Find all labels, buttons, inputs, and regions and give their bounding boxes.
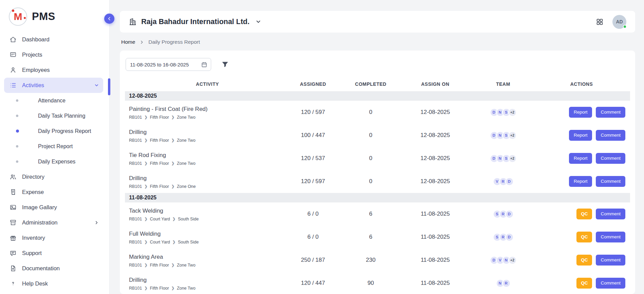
qc-button[interactable]: QC [576,232,592,242]
team-avatars: D N S +2 [469,108,537,117]
sidebar-subitem-daily-expenses[interactable]: Daily Expenses [0,154,109,169]
sidebar-item-inventory[interactable]: Inventory [4,230,103,246]
sidebar-item-dashboard[interactable]: Dashboard [4,32,103,47]
team-avatar-extra: +2 [508,131,517,140]
sidebar-item-label: Documentation [22,265,60,272]
activity-name: Drilling [129,277,286,283]
qc-button[interactable]: QC [576,255,592,266]
sidebar-item-administration[interactable]: Administration [4,215,103,230]
path-segment: RB101 [129,184,142,189]
completed-value: 0 [340,109,401,116]
team-avatar: R [502,279,511,288]
bullet-icon [16,160,18,163]
path-separator: ❯ [144,263,147,267]
comment-button[interactable]: Comment [596,232,625,242]
activity-path: RB101❯ Court Yard❯ South Side [129,240,286,244]
team-avatars: S R D [469,233,537,241]
sidebar-subitem-daily-task-planning[interactable]: Daily Task Planning [0,108,109,123]
header-actions: AD [596,15,626,29]
bullet-icon [16,99,18,102]
sidebar-collapse-button[interactable] [104,14,114,24]
team-avatar-extra: +2 [508,108,517,117]
sidebar-subitem-label: Daily Task Planning [38,113,85,119]
column-header-actions: ACTIONS [537,81,626,87]
path-segment: Fifth Floor [150,263,169,268]
chevron-right-icon [140,40,144,44]
sidebar: M PMS Dashboard Projects Employees Activ… [0,0,110,294]
filter-button[interactable] [221,61,229,68]
team-avatars: S R D [469,210,537,218]
path-separator: ❯ [144,161,147,165]
people-icon [9,173,17,180]
date-range-value[interactable] [130,62,198,67]
sidebar-subitem-project-report[interactable]: Project Report [0,139,109,154]
activity-name: Full Welding [129,231,286,237]
assigned-value: 120 / 597 [286,178,340,185]
sidebar-item-projects[interactable]: Projects [4,47,103,62]
chevron-down-icon [94,83,99,88]
sidebar-item-label: Image Gallary [22,204,57,211]
sidebar-item-label: Employees [22,67,50,73]
app-logo: M PMS [0,0,109,32]
sidebar-subitem-daily-progress-report[interactable]: Daily Progress Report [0,123,109,139]
sidebar-item-help-desk[interactable]: Help Desk [4,276,103,291]
report-button[interactable]: Report [569,107,592,118]
report-button[interactable]: Report [569,153,592,164]
completed-value: 230 [340,257,401,263]
team-avatar: D [505,177,514,186]
report-button[interactable]: Report [569,176,592,187]
activity-path: RB101❯ Court Yard❯ South Side [129,217,286,221]
user-avatar[interactable]: AD [612,15,626,29]
sidebar-item-support[interactable]: Support [4,246,103,261]
activity-path: RB101❯ Fifth Floor❯ Zone Two [129,263,286,268]
activity-name: Marking Area [129,254,286,260]
path-segment: Court Yard [150,240,170,244]
top-header: Raja Bahadur International Ltd. AD [120,11,635,33]
path-segment: RB101 [129,240,142,244]
comment-button[interactable]: Comment [596,255,625,266]
path-segment: South Side [178,217,199,221]
table-row: Drilling RB101❯ Fifth Floor❯ Zone Two 12… [125,272,630,294]
assigned-value: 120 / 537 [286,155,340,162]
comment-button[interactable]: Comment [596,130,625,141]
qc-button[interactable]: QC [576,278,592,289]
comment-button[interactable]: Comment [596,278,625,289]
report-button[interactable]: Report [569,130,592,141]
date-group-header: 12-08-2025 [125,91,630,101]
path-separator: ❯ [171,138,174,142]
qc-button[interactable]: QC [576,209,592,219]
comment-button[interactable]: Comment [596,153,625,164]
completed-value: 0 [340,178,401,185]
sidebar-item-activities[interactable]: Activities [4,78,103,93]
assign-on-value: 11-08-2025 [401,257,469,263]
path-separator: ❯ [144,138,147,142]
app-title: PMS [32,11,55,23]
breadcrumb-home[interactable]: Home [121,39,135,45]
active-menu-indicator [108,78,110,95]
sidebar-item-image-gallary[interactable]: Image Gallary [4,200,103,215]
company-selector[interactable]: Raja Bahadur International Ltd. [129,18,261,26]
comment-button[interactable]: Comment [596,176,625,187]
date-range-input[interactable] [126,58,211,71]
sidebar-subitem-attendance[interactable]: Attendance [0,93,109,108]
apps-grid-button[interactable] [596,18,604,26]
archive-icon [9,219,17,226]
comment-button[interactable]: Comment [596,107,625,118]
sidebar-item-documentation[interactable]: Documentation [4,261,103,276]
column-header-activity: ACTIVITY [129,81,286,87]
sidebar-item-label: Projects [22,52,42,58]
path-separator: ❯ [172,240,176,244]
table-row: Drilling RB101❯ Fifth Floor❯ Zone Two 10… [125,124,630,147]
comment-button[interactable]: Comment [596,209,625,219]
table-row: Painting - First Coat (Fire Red) RB101❯ … [125,101,630,124]
sidebar-item-directory[interactable]: Directory [4,169,103,184]
group-date: 11-08-2025 [129,195,157,201]
sidebar-item-expense[interactable]: Expense [4,184,103,200]
date-group-header: 11-08-2025 [125,193,630,202]
filter-bar [125,58,630,71]
team-avatars: D V N +2 [469,256,537,264]
activity-path: RB101❯ Fifth Floor❯ Zone One [129,184,286,189]
sidebar-item-employees[interactable]: Employees [4,62,103,78]
avatar-initials: AD [616,19,623,24]
path-segment: Fifth Floor [150,138,169,143]
